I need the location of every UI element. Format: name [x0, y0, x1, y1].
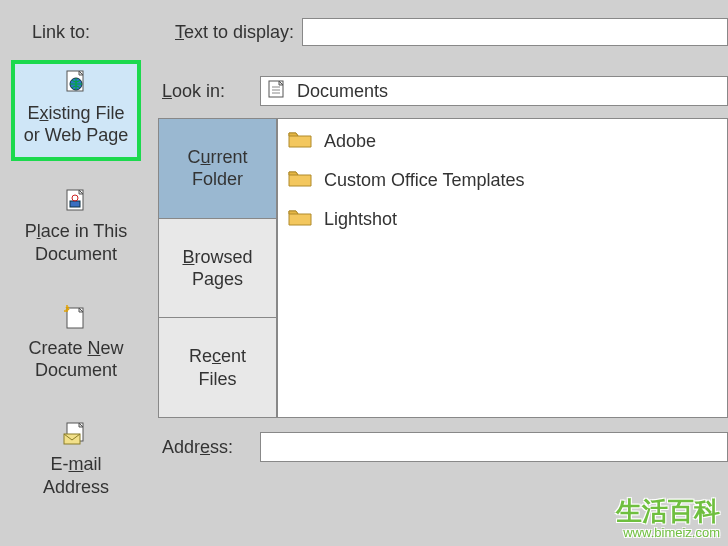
linkto-existing-file[interactable]: Existing Fileor Web Page [11, 60, 141, 161]
file-name: Lightshot [324, 209, 397, 230]
look-in-value: Documents [297, 81, 388, 102]
text-to-display-input[interactable] [302, 18, 728, 46]
look-in-select[interactable]: Documents [260, 76, 728, 106]
linkto-email[interactable]: E-mailAddress [11, 414, 141, 511]
link-to-sidebar: Existing Fileor Web Page Place in ThisDo… [0, 56, 148, 530]
linkto-place-in-doc[interactable]: Place in ThisDocument [11, 181, 141, 278]
new-document-icon [62, 305, 90, 337]
nav-current-folder[interactable]: CurrentFolder [159, 119, 276, 219]
documents-folder-icon [267, 79, 287, 104]
folder-icon [288, 129, 312, 154]
list-item[interactable]: Custom Office Templates [288, 166, 717, 195]
web-page-icon [62, 70, 90, 102]
file-list: Adobe Custom Office Templates Lightshot [277, 119, 727, 417]
svg-rect-3 [70, 201, 80, 207]
list-item[interactable]: Lightshot [288, 205, 717, 234]
browse-block: CurrentFolder BrowsedPages RecentFiles A… [158, 118, 728, 418]
list-item[interactable]: Adobe [288, 127, 717, 156]
linkto-create-new[interactable]: Create NewDocument [11, 297, 141, 394]
email-icon [62, 422, 90, 454]
nav-browsed-pages[interactable]: BrowsedPages [159, 219, 276, 319]
address-input[interactable] [260, 432, 728, 462]
folder-icon [288, 207, 312, 232]
address-label: Address: [162, 437, 260, 458]
file-name: Custom Office Templates [324, 170, 524, 191]
look-in-label: Look in: [162, 81, 260, 102]
document-target-icon [62, 189, 90, 221]
text-to-display-label: Text to display: [175, 22, 294, 43]
link-to-label: Link to: [0, 22, 145, 43]
nav-recent-files[interactable]: RecentFiles [159, 318, 276, 417]
browse-nav: CurrentFolder BrowsedPages RecentFiles [159, 119, 277, 417]
file-name: Adobe [324, 131, 376, 152]
folder-icon [288, 168, 312, 193]
